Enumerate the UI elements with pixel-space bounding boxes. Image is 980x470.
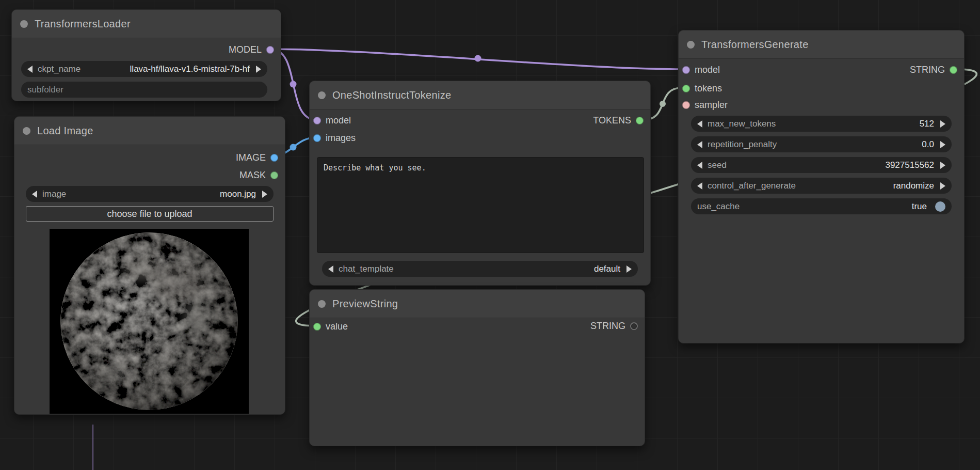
widget-label: use_cache [697, 201, 740, 212]
node-title-bar[interactable]: TransformersGenerate [679, 30, 964, 59]
node-title: TransformersGenerate [701, 39, 809, 51]
moon-image [50, 229, 249, 414]
link-midpoint-dot[interactable] [475, 55, 481, 62]
model-input-port-icon[interactable] [682, 66, 690, 74]
node-title-bar[interactable]: OneShotInstructTokenize [310, 81, 650, 109]
node-load-image[interactable]: Load Image IMAGE MASK image moon.jpg cho… [14, 116, 285, 415]
link-midpoint-dot[interactable] [290, 81, 297, 88]
output-slot-label: STRING [590, 321, 625, 332]
widget-use-cache[interactable]: use_cache true [691, 198, 952, 214]
output-slot-label: MASK [239, 170, 266, 181]
combo-left-arrow-icon[interactable] [32, 191, 37, 198]
input-slot-sampler[interactable]: sampler [682, 99, 728, 111]
input-slot-images[interactable]: images [313, 132, 356, 144]
link-midpoint-dot[interactable] [290, 144, 297, 151]
output-slot-image[interactable]: IMAGE [236, 152, 278, 163]
widget-seed[interactable]: seed 3927515562 [691, 157, 952, 173]
node-transformers-generate[interactable]: TransformersGenerate model tokens sample… [678, 30, 965, 343]
boolean-toggle-icon[interactable] [935, 201, 945, 212]
input-slot-label: value [326, 321, 348, 332]
widget-value: randomize [893, 181, 934, 191]
combo-left-arrow-icon[interactable] [697, 182, 702, 190]
widget-value: moon.jpg [220, 189, 256, 199]
sampler-input-port-icon[interactable] [682, 101, 690, 109]
number-decrement-icon[interactable] [697, 141, 702, 148]
collapse-dot-icon[interactable] [23, 127, 30, 135]
combo-right-arrow-icon[interactable] [940, 182, 945, 190]
number-increment-icon[interactable] [940, 120, 945, 128]
input-slot-label: sampler [695, 100, 728, 111]
widget-label: subfolder [27, 85, 63, 95]
widget-value: default [594, 264, 620, 274]
link-midpoint-dot[interactable] [660, 101, 666, 107]
node-preview-string[interactable]: PreviewString value STRING [309, 289, 645, 446]
number-decrement-icon[interactable] [697, 120, 702, 128]
widget-label: control_after_generate [708, 181, 796, 191]
prompt-textarea[interactable]: Describe what you see. [317, 157, 644, 253]
node-graph-canvas[interactable]: TransformersLoader MODEL ckpt_name llava… [0, 0, 980, 470]
string-output-port-icon[interactable] [630, 322, 638, 330]
widget-label: repetition_penalty [708, 139, 777, 150]
model-output-port-icon[interactable] [266, 46, 274, 54]
widget-chat-template[interactable]: chat_template default [322, 261, 638, 277]
combo-right-arrow-icon[interactable] [262, 191, 267, 198]
node-title: PreviewString [332, 298, 398, 310]
string-output-port-icon[interactable] [950, 66, 957, 74]
widget-label: ckpt_name [38, 64, 81, 74]
node-title-bar[interactable]: TransformersLoader [12, 10, 281, 38]
widget-max-new-tokens[interactable]: max_new_tokens 512 [691, 116, 952, 132]
combo-right-arrow-icon[interactable] [626, 265, 632, 273]
collapse-dot-icon[interactable] [687, 41, 695, 49]
output-slot-label: STRING [910, 65, 945, 75]
widget-label: max_new_tokens [708, 119, 776, 129]
number-decrement-icon[interactable] [697, 162, 702, 169]
node-transformers-loader[interactable]: TransformersLoader MODEL ckpt_name llava… [11, 9, 281, 101]
output-slot-tokens[interactable]: TOKENS [593, 115, 644, 126]
input-slot-label: tokens [695, 83, 722, 94]
widget-value: llava-hf/llava-v1.6-mistral-7b-hf [130, 64, 250, 74]
input-slot-tokens[interactable]: tokens [682, 83, 722, 94]
widget-value: 512 [920, 119, 934, 129]
widget-image-select[interactable]: image moon.jpg [26, 186, 274, 202]
node-oneshot-instruct-tokenize[interactable]: OneShotInstructTokenize model images TOK… [309, 81, 651, 286]
images-input-port-icon[interactable] [313, 134, 321, 142]
collapse-dot-icon[interactable] [318, 91, 326, 99]
value-input-port-icon[interactable] [313, 323, 321, 331]
combo-right-arrow-icon[interactable] [256, 66, 261, 73]
node-title-bar[interactable]: Load Image [14, 117, 285, 145]
widget-value: 0.0 [922, 139, 934, 150]
collapse-dot-icon[interactable] [318, 300, 326, 308]
output-slot-string[interactable]: STRING [910, 64, 957, 75]
widget-control-after-generate[interactable]: control_after_generate randomize [691, 178, 952, 194]
mask-output-port-icon[interactable] [270, 171, 278, 179]
tokens-input-port-icon[interactable] [682, 85, 690, 92]
number-increment-icon[interactable] [940, 141, 945, 148]
collapse-dot-icon[interactable] [20, 20, 28, 28]
combo-left-arrow-icon[interactable] [27, 66, 33, 73]
tokens-output-port-icon[interactable] [636, 117, 644, 124]
input-slot-value[interactable]: value [313, 321, 348, 332]
widget-value: true [912, 201, 927, 212]
input-slot-model[interactable]: model [313, 115, 351, 126]
image-output-port-icon[interactable] [270, 154, 278, 162]
combo-left-arrow-icon[interactable] [328, 265, 333, 273]
number-increment-icon[interactable] [940, 162, 945, 169]
input-slot-model[interactable]: model [682, 64, 720, 75]
node-title: OneShotInstructTokenize [332, 89, 451, 101]
input-slot-label: model [326, 115, 351, 126]
node-title: Load Image [37, 125, 93, 137]
node-title-bar[interactable]: PreviewString [310, 290, 645, 318]
choose-file-button[interactable]: choose file to upload [26, 206, 274, 222]
output-slot-mask[interactable]: MASK [239, 169, 278, 181]
widget-ckpt-name[interactable]: ckpt_name llava-hf/llava-v1.6-mistral-7b… [21, 61, 267, 77]
model-input-port-icon[interactable] [313, 117, 321, 124]
widget-label: image [42, 189, 66, 199]
output-slot-model[interactable]: MODEL [229, 44, 274, 55]
widget-subfolder[interactable]: subfolder [21, 82, 267, 98]
output-slot-label: IMAGE [236, 152, 266, 163]
output-slot-string[interactable]: STRING [590, 320, 638, 332]
output-slot-label: TOKENS [593, 115, 631, 126]
widget-repetition-penalty[interactable]: repetition_penalty 0.0 [691, 136, 952, 152]
node-title: TransformersLoader [35, 18, 131, 30]
input-slot-label: images [326, 133, 356, 144]
